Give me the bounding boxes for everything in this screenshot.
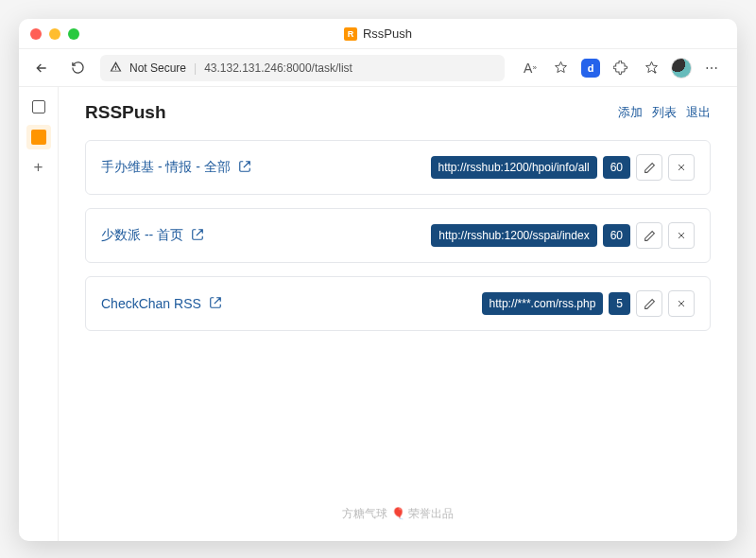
separator: | [194, 61, 197, 75]
task-actions: http://rsshub:1200/sspai/index 60 [431, 222, 695, 249]
maximize-icon[interactable] [68, 28, 79, 40]
window-title-text: RssPush [363, 26, 412, 41]
footer-right: 荣誉出品 [408, 507, 454, 520]
external-link-icon [209, 296, 222, 312]
task-url-badge: http://rsshub:1200/hpoi/info/all [431, 156, 597, 179]
toolbar-right: A» d ⋯ [514, 58, 728, 78]
not-secure-label: Not Secure [129, 61, 186, 75]
browser-window: R RssPush Not Secure | 43.132.131.246:80… [19, 19, 737, 541]
browser-toolbar: Not Secure | 43.132.131.246:8000/task/li… [19, 49, 737, 87]
body: + RSSPush 添加 列表 退出 手办维基 - 情报 - 全部 [19, 87, 737, 541]
task-title: 手办维基 - 情报 - 全部 [101, 159, 231, 176]
task-title-link[interactable]: CheckChan RSS [101, 296, 222, 312]
app-title: RSSPush [85, 102, 166, 123]
task-actions: http://***.com/rss.php 5 [482, 290, 695, 317]
nav-list[interactable]: 列表 [652, 104, 677, 121]
task-card: 少数派 -- 首页 http://rsshub:1200/sspai/index… [85, 208, 711, 263]
read-aloud-icon[interactable]: A» [520, 58, 541, 78]
close-icon[interactable] [30, 28, 42, 40]
tab-item[interactable] [26, 95, 51, 119]
external-link-icon [191, 228, 204, 244]
minimize-icon[interactable] [49, 28, 60, 40]
delete-button[interactable] [668, 290, 695, 317]
edit-button[interactable] [636, 290, 662, 317]
task-url-badge: http://***.com/rss.php [482, 292, 604, 315]
reload-button[interactable] [64, 55, 91, 81]
delete-button[interactable] [668, 222, 695, 249]
extension-badge[interactable]: d [580, 58, 601, 78]
favorites-icon[interactable] [641, 58, 662, 78]
task-title: CheckChan RSS [101, 296, 201, 311]
vertical-tabs: + [19, 87, 59, 541]
page-header: RSSPush 添加 列表 退出 [85, 102, 711, 123]
task-url-badge: http://rsshub:1200/sspai/index [431, 224, 596, 247]
task-interval-badge: 5 [609, 292, 630, 315]
balloon-icon: 🎈 [391, 507, 405, 520]
new-tab-button[interactable]: + [26, 155, 51, 180]
back-button[interactable] [28, 55, 55, 81]
task-title-link[interactable]: 手办维基 - 情报 - 全部 [101, 159, 251, 176]
extensions-icon[interactable] [610, 58, 631, 78]
external-link-icon [238, 160, 251, 176]
url-text: 43.132.131.246:8000/task/list [204, 61, 495, 75]
address-bar[interactable]: Not Secure | 43.132.131.246:8000/task/li… [100, 55, 505, 81]
edit-button[interactable] [636, 222, 662, 249]
task-interval-badge: 60 [603, 224, 630, 247]
nav-links: 添加 列表 退出 [618, 104, 711, 121]
more-icon[interactable]: ⋯ [701, 58, 722, 78]
task-title: 少数派 -- 首页 [101, 227, 183, 244]
nav-add[interactable]: 添加 [618, 104, 643, 121]
star-icon[interactable] [550, 58, 571, 78]
window-controls [30, 28, 79, 40]
task-card: CheckChan RSS http://***.com/rss.php 5 [85, 276, 711, 331]
window-titlebar: R RssPush [19, 19, 737, 49]
task-card: 手办维基 - 情报 - 全部 http://rsshub:1200/hpoi/i… [85, 140, 711, 195]
warning-icon [110, 61, 122, 76]
window-title: R RssPush [344, 26, 412, 41]
task-list: 手办维基 - 情报 - 全部 http://rsshub:1200/hpoi/i… [85, 140, 711, 331]
delete-button[interactable] [668, 154, 695, 181]
task-actions: http://rsshub:1200/hpoi/info/all 60 [431, 154, 695, 181]
page-content: RSSPush 添加 列表 退出 手办维基 - 情报 - 全部 [59, 87, 737, 541]
nav-logout[interactable]: 退出 [686, 104, 711, 121]
tab-item-active[interactable] [26, 125, 51, 149]
favicon-icon: R [344, 27, 357, 41]
edit-button[interactable] [636, 154, 662, 181]
footer-note: 方糖气球 🎈 荣誉出品 [59, 506, 737, 522]
profile-avatar[interactable] [671, 58, 692, 78]
task-interval-badge: 60 [603, 156, 630, 179]
footer-left: 方糖气球 [342, 507, 387, 520]
task-title-link[interactable]: 少数派 -- 首页 [101, 227, 204, 244]
